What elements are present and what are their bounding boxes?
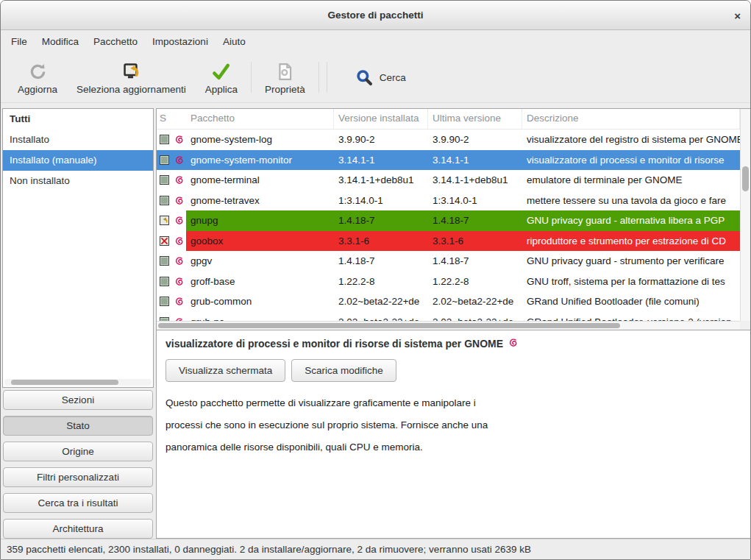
filter-list-hscrollbar[interactable] <box>4 379 152 386</box>
table-header-row: SPacchettoVersione installataUltima vers… <box>157 109 740 130</box>
toolbar-separator <box>318 62 319 93</box>
swirl-cell <box>172 272 186 292</box>
menu-item-file[interactable]: File <box>4 32 35 51</box>
table-vscrollbar-thumb[interactable] <box>742 166 749 191</box>
package-row-groff-base[interactable]: groff-base1.22.2-81.22.2-8GNU troff, sis… <box>157 272 740 292</box>
toolbar-button-cerca[interactable]: Cerca <box>346 65 416 90</box>
package-description: GNU privacy guard - alternativa libera a… <box>522 210 740 231</box>
filter-button-cerca-tra-i-risultati[interactable]: Cerca tra i risultati <box>3 493 153 513</box>
package-row-goobox[interactable]: goobox3.3.1-63.3.1-6riproduttore e strum… <box>157 231 740 252</box>
filter-list-hscrollbar-thumb[interactable] <box>11 380 118 385</box>
status-cell <box>157 231 172 252</box>
package-row-gpgv[interactable]: gpgv1.4.18-71.4.18-7GNU privacy guard - … <box>157 251 740 272</box>
installed-version: 3.14.1-1+deb8u1 <box>334 170 428 191</box>
package-row-gnome-system-log[interactable]: gnome-system-log3.9.90-23.9.90-2visualiz… <box>157 130 740 150</box>
toolbar-button-aggiorna[interactable]: Aggiorna <box>8 57 67 98</box>
menu-item-pacchetto[interactable]: Pacchetto <box>86 32 145 51</box>
column-header-s[interactable]: S <box>157 109 172 129</box>
menubar: FileModificaPacchettoImpostazioniAiuto <box>1 30 750 52</box>
package-table: SPacchettoVersione installataUltima vers… <box>156 108 750 330</box>
installed-version: 3.14.1-1 <box>334 150 428 171</box>
installed-version: 1.4.18-7 <box>334 251 428 272</box>
titlebar[interactable]: Gestore di pacchetti × <box>1 1 750 30</box>
swirl-cell <box>172 291 186 312</box>
filter-button-sezioni[interactable]: Sezioni <box>3 390 153 410</box>
package-row-gnome-tetravex[interactable]: gnome-tetravex1:3.14.0-11:3.14.0-1metter… <box>157 191 740 211</box>
package-description: GRand Unified Bootloader (file comuni) <box>522 291 740 312</box>
status-cell <box>157 291 172 312</box>
toolbar-button-label: Applica <box>205 84 238 95</box>
filter-item-tutti[interactable]: Tutti <box>3 109 153 130</box>
installed-box-icon <box>160 196 169 205</box>
content-pane: SPacchettoVersione installataUltima vers… <box>156 108 750 539</box>
latest-version: 3.14.1-1+deb8u1 <box>428 170 522 191</box>
status-cell <box>157 251 172 272</box>
filter-item-installato-manuale[interactable]: Installato (manuale) <box>3 150 153 171</box>
column-header-descrizione[interactable]: Descrizione <box>522 109 740 129</box>
debian-swirl-icon <box>508 338 518 347</box>
table-hscrollbar-thumb[interactable] <box>158 323 620 328</box>
latest-version: 1.4.18-7 <box>428 210 522 231</box>
filter-item-installato[interactable]: Installato <box>3 130 153 150</box>
package-row-gnome-system-monitor[interactable]: gnome-system-monitor3.14.1-13.14.1-1visu… <box>157 150 740 171</box>
package-details-pane: visualizzatore di processi e monitor di … <box>156 330 750 539</box>
column-header-ultima-versione[interactable]: Ultima versione <box>428 109 522 129</box>
download-changelog-button[interactable]: Scarica modifiche <box>291 359 396 382</box>
filter-button-origine[interactable]: Origine <box>3 442 153 461</box>
toolbar-button-applica[interactable]: Applica <box>196 57 247 98</box>
menu-item-aiuto[interactable]: Aiuto <box>216 32 253 51</box>
debian-swirl-icon <box>174 236 184 246</box>
package-description: mettere tessere su una tavola da gioco e… <box>522 191 740 211</box>
swirl-cell <box>172 191 186 211</box>
latest-version: 2.02~beta2-22+de <box>428 291 522 312</box>
filter-button-filtri-personalizzati[interactable]: Filtri personalizzati <box>3 467 153 487</box>
filter-button-stato[interactable]: Stato <box>3 416 153 436</box>
package-row-gnupg[interactable]: gnupg1.4.18-71.4.18-7GNU privacy guard -… <box>157 210 740 231</box>
view-screenshot-button[interactable]: Visualizza schermata <box>165 359 285 382</box>
package-name: groff-base <box>186 272 334 292</box>
toolbar-button-seleziona-aggiornamenti[interactable]: Seleziona aggiornamenti <box>67 57 196 98</box>
latest-version: 1:3.14.0-1 <box>428 191 522 211</box>
toolbar-button-propriet[interactable]: Proprietà <box>255 57 315 98</box>
installed-version: 1:3.14.0-1 <box>334 191 428 211</box>
package-row-grub-common[interactable]: grub-common2.02~beta2-22+de2.02~beta2-22… <box>157 291 740 312</box>
package-description: visualizzatore di processi e monitor di … <box>522 150 740 171</box>
swirl-cell <box>172 251 186 272</box>
apply-check-icon <box>211 60 231 82</box>
filter-item-non-installato[interactable]: Non installato <box>3 171 153 191</box>
debian-swirl-icon <box>174 175 184 185</box>
table-vscrollbar[interactable] <box>740 109 750 321</box>
column-header-versione-installata[interactable]: Versione installata <box>334 109 428 129</box>
column-header-pacchetto[interactable]: Pacchetto <box>186 109 334 129</box>
status-cell <box>157 272 172 292</box>
sidebar: TuttiInstallatoInstallato (manuale)Non i… <box>1 108 154 539</box>
remove-x-icon <box>160 236 169 246</box>
swirl-cell <box>172 231 186 252</box>
package-name: gnome-tetravex <box>186 191 334 211</box>
installed-box-icon <box>160 135 169 144</box>
table-body: gnome-system-log3.9.90-23.9.90-2visualiz… <box>157 130 740 330</box>
menu-item-impostazioni[interactable]: Impostazioni <box>145 32 216 51</box>
search-icon <box>355 68 374 87</box>
swirl-cell <box>172 130 186 150</box>
installed-box-icon <box>160 297 169 306</box>
swirl-cell <box>172 210 186 231</box>
status-cell <box>157 210 172 231</box>
package-name: gnome-system-monitor <box>186 150 334 171</box>
debian-swirl-icon <box>174 256 184 266</box>
installed-box-icon <box>160 256 169 266</box>
debian-swirl-icon <box>174 216 184 225</box>
status-cell <box>157 170 172 191</box>
table-hscrollbar[interactable] <box>157 321 740 330</box>
menu-item-modifica[interactable]: Modifica <box>35 32 86 51</box>
column-header-swirl[interactable] <box>172 109 186 129</box>
detail-title: visualizzatore di processi e monitor di … <box>165 338 503 350</box>
package-description-text: Questo pacchetto permette di visualizzar… <box>165 392 741 458</box>
package-description: visualizzatore del registro di sistema p… <box>522 130 740 150</box>
filter-button-architettura[interactable]: Architettura <box>3 519 153 539</box>
description-line: Questo pacchetto permette di visualizzar… <box>165 392 741 414</box>
status-cell <box>157 191 172 211</box>
package-row-gnome-terminal[interactable]: gnome-terminal3.14.1-1+deb8u13.14.1-1+de… <box>157 170 740 191</box>
close-icon[interactable]: × <box>734 10 741 21</box>
installed-version: 1.4.18-7 <box>334 210 428 231</box>
